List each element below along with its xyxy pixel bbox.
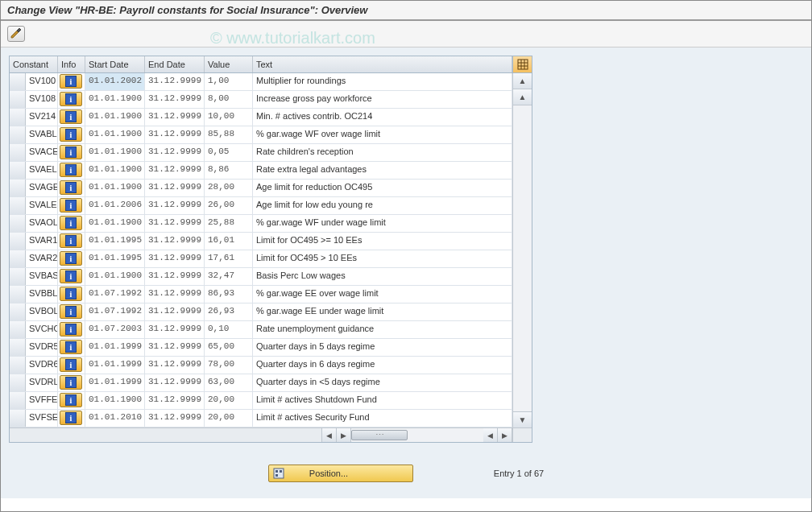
cell-start-date[interactable]: 01.01.1900 xyxy=(85,180,145,196)
cell-end-date[interactable]: 31.12.9999 xyxy=(145,197,205,214)
cell-value[interactable]: 1,00 xyxy=(205,73,253,90)
info-button[interactable]: i xyxy=(60,198,82,213)
row-selector[interactable] xyxy=(10,73,26,90)
scroll-track[interactable] xyxy=(513,105,532,411)
position-button[interactable]: Position... xyxy=(268,465,413,482)
info-button[interactable]: i xyxy=(60,269,82,283)
col-header-text[interactable]: Text xyxy=(253,56,512,72)
info-button[interactable]: i xyxy=(60,163,82,177)
cell-start-date[interactable]: 01.01.1900 xyxy=(85,268,145,285)
cell-start-date[interactable]: 01.01.1999 xyxy=(85,339,145,356)
cell-text[interactable]: % gar.wage EE over wage limit xyxy=(253,286,512,303)
row-selector[interactable] xyxy=(10,410,26,427)
cell-start-date[interactable]: 01.01.1995 xyxy=(85,233,145,250)
cell-value[interactable]: 8,00 xyxy=(205,91,253,108)
hscroll-left-button-2[interactable]: ◀ xyxy=(483,428,498,442)
cell-value[interactable]: 0,10 xyxy=(205,321,253,338)
cell-start-date[interactable]: 01.01.2010 xyxy=(85,410,145,427)
info-button[interactable]: i xyxy=(60,216,82,230)
info-button[interactable]: i xyxy=(60,74,82,89)
info-button[interactable]: i xyxy=(60,180,82,195)
row-selector[interactable] xyxy=(10,197,26,214)
cell-text[interactable]: Limit # actives Security Fund xyxy=(253,410,512,427)
cell-text[interactable]: % gar.wage WF under wage limit xyxy=(253,215,512,232)
cell-end-date[interactable]: 31.12.9999 xyxy=(145,215,205,232)
cell-value[interactable]: 26,00 xyxy=(205,197,253,214)
cell-text[interactable]: Rate children's reception xyxy=(253,144,512,161)
hscroll-track[interactable]: ⋯ xyxy=(351,428,483,442)
info-button[interactable]: i xyxy=(60,322,82,337)
row-selector[interactable] xyxy=(10,250,26,267)
cell-end-date[interactable]: 31.12.9999 xyxy=(145,73,205,90)
cell-text[interactable]: Quarter days in 5 days regime xyxy=(253,339,512,356)
scroll-up-button-2[interactable]: ▲ xyxy=(513,89,532,105)
cell-start-date[interactable]: 01.01.1900 xyxy=(85,109,145,126)
row-selector[interactable] xyxy=(10,357,26,374)
cell-text[interactable]: Age limit for reduction OC495 xyxy=(253,180,512,196)
cell-start-date[interactable]: 01.01.1995 xyxy=(85,250,145,267)
cell-value[interactable]: 63,00 xyxy=(205,374,253,391)
table-config-button[interactable] xyxy=(512,56,532,72)
cell-text[interactable]: Limit for OC495 > 10 EEs xyxy=(253,250,512,267)
cell-value[interactable]: 26,93 xyxy=(205,303,253,320)
info-button[interactable]: i xyxy=(60,92,82,106)
hscroll-left-button[interactable]: ◀ xyxy=(322,428,337,442)
row-selector[interactable] xyxy=(10,339,26,356)
hscroll-right-button-2[interactable]: ▶ xyxy=(498,428,512,442)
info-button[interactable]: i xyxy=(60,287,82,301)
cell-text[interactable]: Limit # actives Shutdown Fund xyxy=(253,392,512,409)
cell-start-date[interactable]: 01.01.1900 xyxy=(85,162,145,179)
cell-end-date[interactable]: 31.12.9999 xyxy=(145,321,205,338)
cell-start-date[interactable]: 01.01.1999 xyxy=(85,374,145,391)
info-button[interactable]: i xyxy=(60,411,82,425)
row-selector[interactable] xyxy=(10,162,26,179)
cell-start-date[interactable]: 01.07.1992 xyxy=(85,303,145,320)
info-button[interactable]: i xyxy=(60,357,82,372)
info-button[interactable]: i xyxy=(60,251,82,266)
cell-text[interactable]: % gar.wage EE under wage limit xyxy=(253,303,512,320)
cell-value[interactable]: 85,88 xyxy=(205,126,253,143)
info-button[interactable]: i xyxy=(60,127,82,142)
info-button[interactable]: i xyxy=(60,340,82,354)
cell-value[interactable]: 16,01 xyxy=(205,233,253,250)
cell-start-date[interactable]: 01.07.2003 xyxy=(85,321,145,338)
info-button[interactable]: i xyxy=(60,393,82,407)
cell-text[interactable]: Multiplier for roundings xyxy=(253,73,512,90)
cell-value[interactable]: 20,00 xyxy=(205,392,253,409)
cell-end-date[interactable]: 31.12.9999 xyxy=(145,144,205,161)
col-header-constant[interactable]: Constant xyxy=(10,56,58,72)
scroll-up-button[interactable]: ▲ xyxy=(513,73,532,89)
row-selector[interactable] xyxy=(10,392,26,409)
info-button[interactable]: i xyxy=(60,109,82,124)
cell-end-date[interactable]: 31.12.9999 xyxy=(145,250,205,267)
cell-value[interactable]: 78,00 xyxy=(205,357,253,374)
col-header-start-date[interactable]: Start Date xyxy=(85,56,145,72)
row-selector[interactable] xyxy=(10,91,26,108)
cell-end-date[interactable]: 31.12.9999 xyxy=(145,303,205,320)
cell-value[interactable]: 32,47 xyxy=(205,268,253,285)
hscroll-right-button[interactable]: ▶ xyxy=(337,428,351,442)
cell-value[interactable]: 20,00 xyxy=(205,410,253,427)
cell-text[interactable]: Quarter days in <5 days regime xyxy=(253,374,512,391)
cell-value[interactable]: 10,00 xyxy=(205,109,253,126)
cell-end-date[interactable]: 31.12.9999 xyxy=(145,126,205,143)
cell-value[interactable]: 86,93 xyxy=(205,286,253,303)
row-selector[interactable] xyxy=(10,374,26,391)
row-selector[interactable] xyxy=(10,109,26,126)
cell-end-date[interactable]: 31.12.9999 xyxy=(145,162,205,179)
cell-end-date[interactable]: 31.12.9999 xyxy=(145,233,205,250)
cell-end-date[interactable]: 31.12.9999 xyxy=(145,392,205,409)
info-button[interactable]: i xyxy=(60,375,82,390)
row-selector[interactable] xyxy=(10,321,26,338)
cell-value[interactable]: 17,61 xyxy=(205,250,253,267)
scroll-down-button[interactable]: ▼ xyxy=(513,411,532,427)
cell-start-date[interactable]: 01.01.1900 xyxy=(85,144,145,161)
cell-start-date[interactable]: 01.01.1900 xyxy=(85,392,145,409)
cell-value[interactable]: 0,05 xyxy=(205,144,253,161)
cell-value[interactable]: 25,88 xyxy=(205,215,253,232)
row-selector[interactable] xyxy=(10,303,26,320)
cell-end-date[interactable]: 31.12.9999 xyxy=(145,286,205,303)
vertical-scrollbar[interactable]: ▲ ▲ ▼ xyxy=(512,73,532,427)
hscroll-thumb[interactable]: ⋯ xyxy=(351,430,408,440)
col-header-value[interactable]: Value xyxy=(205,56,253,72)
